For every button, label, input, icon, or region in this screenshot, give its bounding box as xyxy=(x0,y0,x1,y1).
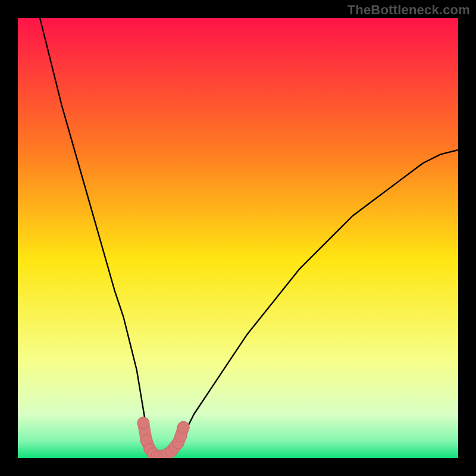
plot-area xyxy=(18,18,458,458)
chart-frame: TheBottleneck.com xyxy=(0,0,476,476)
highlight-marker xyxy=(177,421,189,433)
gradient-background xyxy=(18,18,458,458)
highlight-marker xyxy=(137,417,149,429)
watermark-text: TheBottleneck.com xyxy=(347,2,470,18)
chart-svg xyxy=(18,18,458,458)
